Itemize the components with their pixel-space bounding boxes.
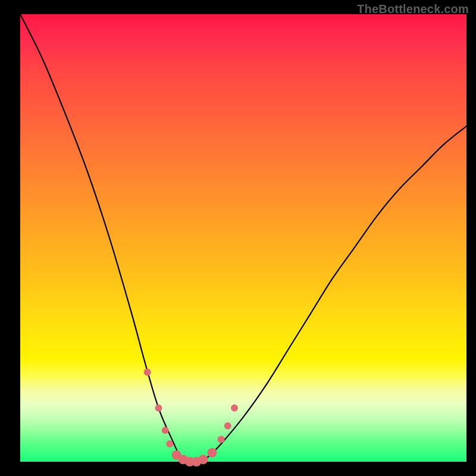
marker-dot [166,440,173,447]
watermark-text: TheBottleneck.com [357,2,469,16]
bottleneck-curve [20,14,466,462]
marker-dot [208,448,217,458]
marker-dot [231,405,238,412]
curve-path [20,14,466,462]
marker-dot [199,455,208,464]
marker-dot [144,369,151,376]
plot-area [20,14,466,462]
marker-dot [224,422,231,430]
curve-markers [144,369,238,466]
marker-dot [162,427,169,434]
marker-dot [218,436,225,443]
marker-dot [155,405,162,412]
chart-frame: TheBottleneck.com [0,0,476,476]
